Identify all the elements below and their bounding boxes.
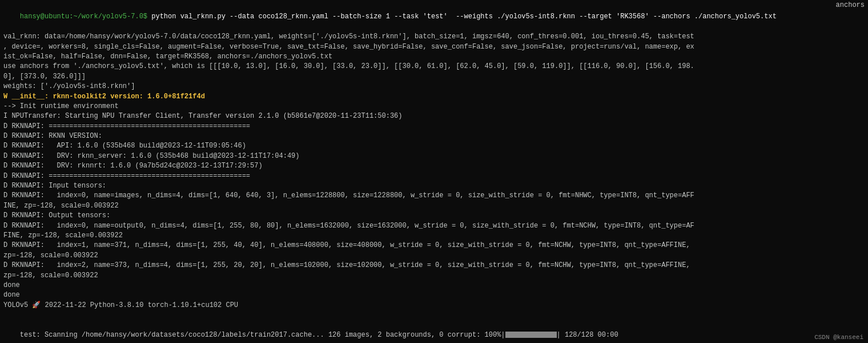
line-done1: done (3, 281, 865, 290)
terminal: anchors hansy@ubuntu:~/work/yolov5-7.0$ … (0, 0, 868, 343)
line-output2-cont: zp=-128, scale=0.003922 (3, 271, 865, 281)
line-prompt: hansy@ubuntu:~/work/yolov5-7.0$ python v… (3, 2, 865, 32)
line-output-tensors: D RKNNAPI: Output tensors: (3, 211, 865, 221)
line-output2: D RKNNAPI: index=2, name=373, n_dims=4, … (3, 261, 865, 270)
line-api: D RKNNAPI: API: 1.6.0 (535b468 build@202… (3, 141, 865, 151)
anchors-label: anchors (833, 0, 868, 10)
progress-bar-fill (505, 332, 557, 338)
line-val-rknn: val_rknn: data=/home/hansy/work/yolov5-7… (3, 32, 865, 42)
line-output0: D RKNNAPI: index=0, name=output0, n_dims… (3, 221, 865, 231)
line-test: test: Scanning /home/hansy/work/datasets… (3, 321, 865, 344)
line-val-rknn-3: ist_ok=False, half=False, dnn=False, tar… (3, 52, 865, 62)
line-output1-cont: zp=-128, scale=0.003922 (3, 251, 865, 261)
line-output1: D RKNNAPI: index=1, name=371, n_dims=4, … (3, 241, 865, 250)
line-init: --> Init runtime environment (3, 102, 865, 111)
line-blank (3, 310, 865, 320)
line-npu: I NPUTransfer: Starting NPU Transfer Cli… (3, 111, 865, 121)
line-output0-cont: FINE, zp=-128, scale=0.003922 (3, 231, 865, 241)
prompt-user: hansy@ubuntu:~/work/yolov5-7.0$ (20, 13, 147, 21)
line-done2: done (3, 290, 865, 300)
line-input0-cont: INE, zp=-128, scale=0.003922 (3, 201, 865, 211)
line-input-tensors: D RKNNAPI: Input tensors: (3, 181, 865, 191)
command-text: python val_rknn.py --data coco128_rknn.y… (147, 13, 777, 21)
csdn-badge: CSDN @kanseei (814, 334, 863, 341)
line-anchors-2: 0], [373.0, 326.0]]] (3, 72, 865, 82)
line-warning: W __init__: rknn-toolkit2 version: 1.6.0… (3, 92, 865, 102)
line-sep1: D RKNNAPI: =============================… (3, 122, 865, 131)
line-anchors: use anchors from './anchors_yolov5.txt',… (3, 62, 865, 71)
line-yolo: YOLOv5 🚀 2022-11-22 Python-3.8.10 torch-… (3, 301, 865, 310)
line-drv2: D RKNNAPI: DRV: rknnrt: 1.6.0 (9a7b5d24c… (3, 161, 865, 171)
line-weights: weights: ['./yolov5s-int8.rknn'] (3, 82, 865, 91)
line-sep2: D RKNNAPI: =============================… (3, 172, 865, 181)
line-rknn-ver: D RKNNAPI: RKNN VERSION: (3, 131, 865, 141)
line-drv1: D RKNNAPI: DRV: rknn_server: 1.6.0 (535b… (3, 151, 865, 161)
line-val-rknn-2: , device=, workers=8, single_cls=False, … (3, 42, 865, 52)
line-input0: D RKNNAPI: index=0, name=images, n_dims=… (3, 191, 865, 201)
